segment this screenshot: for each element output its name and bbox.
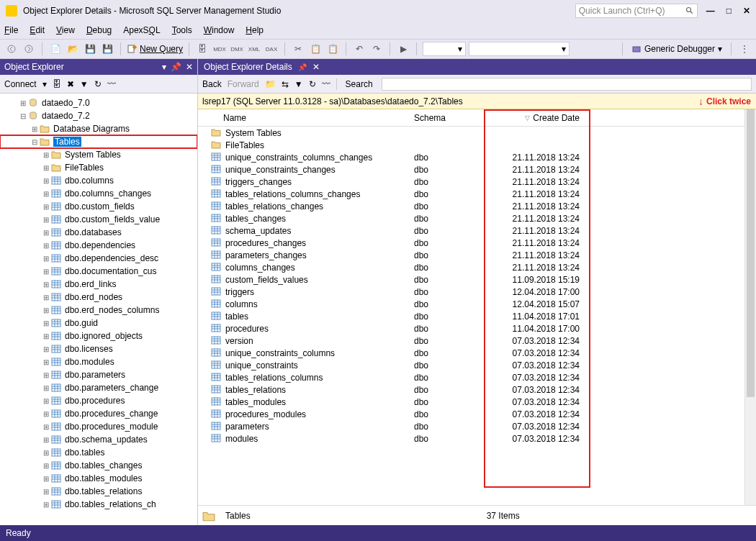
breadcrumb-text[interactable]: lsrep17 (SQL Server 11.0.3128 - sa)\Data… — [202, 96, 463, 106]
panel-pin-icon[interactable]: 📌 — [171, 62, 181, 72]
table-row[interactable]: tables_relations_columnsdbo07.03.2018 12… — [198, 371, 744, 383]
tree-node-dbo-erd-nodes-columns[interactable]: ⊞dbo.erd_nodes_columns — [0, 304, 197, 317]
xmla-icon[interactable]: XML — [247, 42, 261, 56]
table-row[interactable]: custom_fields_valuesdbo11.09.2018 15:19 — [198, 273, 744, 286]
tree-node-dbo-schema-updates[interactable]: ⊞dbo.schema_updates — [0, 433, 197, 446]
oe-filter-icon[interactable]: ▼ — [80, 79, 89, 89]
table-row[interactable]: tables_relations_columns_changesdbo21.11… — [198, 188, 744, 200]
close-button[interactable]: ✕ — [743, 6, 750, 16]
expand-icon[interactable]: ⊞ — [42, 294, 50, 301]
tree-node-dbo-documentation-cus[interactable]: ⊞dbo.documentation_cus — [0, 265, 197, 278]
menu-edit[interactable]: Edit — [30, 25, 45, 35]
menu-apexsql[interactable]: ApexSQL — [123, 25, 160, 35]
expand-icon[interactable]: ⊞ — [42, 319, 50, 327]
tree-node-dbo-modules[interactable]: ⊞dbo.modules — [0, 355, 197, 368]
table-row[interactable]: versiondbo07.03.2018 12:34 — [198, 335, 744, 347]
expand-icon[interactable]: ⊞ — [42, 345, 50, 353]
tree-node-dbo-columns-changes[interactable]: ⊞dbo.columns_changes — [0, 187, 197, 200]
tree-node-dbo-custom-fields[interactable]: ⊞dbo.custom_fields — [0, 200, 197, 213]
details-refresh-icon[interactable]: ↻ — [309, 79, 316, 89]
scrollbar-thumb[interactable] — [747, 109, 755, 397]
details-activity-icon[interactable]: 〰 — [322, 79, 330, 89]
expand-icon[interactable]: ⊞ — [42, 242, 50, 250]
tree-node-dbo-tables-relations-ch[interactable]: ⊞dbo.tables_relations_ch — [0, 498, 197, 511]
menu-view[interactable]: View — [56, 25, 75, 35]
tree-node-dbo-licenses[interactable]: ⊞dbo.licenses — [0, 342, 197, 355]
expand-icon[interactable]: ⊞ — [42, 255, 50, 263]
expand-icon[interactable]: ⊞ — [42, 488, 50, 496]
tree-node-filetables[interactable]: ⊞FileTables — [0, 161, 197, 174]
table-row[interactable]: modulesdbo07.03.2018 12:34 — [198, 432, 744, 445]
tree-node-dbo-tables[interactable]: ⊞dbo.tables — [0, 446, 197, 459]
tree-node-dbo-databases[interactable]: ⊞dbo.databases — [0, 226, 197, 239]
tree-node-dbo-procedures-module[interactable]: ⊞dbo.procedures_module — [0, 420, 197, 433]
minimize-button[interactable]: — — [706, 6, 715, 16]
tree-node-dbo-tables-relations[interactable]: ⊞dbo.tables_relations — [0, 485, 197, 498]
expand-icon[interactable]: ⊞ — [42, 423, 50, 431]
expand-icon[interactable]: ⊞ — [42, 190, 50, 198]
expand-icon[interactable]: ⊞ — [42, 371, 50, 379]
object-explorer-tree[interactable]: ⊞dataedo_7.0⊟dataedo_7.2⊞Database Diagra… — [0, 94, 197, 525]
db-icon-1[interactable]: 🗄 — [195, 42, 210, 56]
expand-icon[interactable]: ⊟ — [30, 138, 39, 146]
tree-node-dbo-erd-nodes[interactable]: ⊞dbo.erd_nodes — [0, 291, 197, 304]
config-dropdown[interactable]: ▾ — [423, 42, 466, 56]
connect-button[interactable]: Connect — [4, 79, 37, 89]
tree-node-dbo-guid[interactable]: ⊞dbo.guid — [0, 317, 197, 329]
open-icon[interactable]: 📂 — [66, 42, 80, 56]
expand-icon[interactable]: ⊞ — [42, 410, 50, 418]
tree-node-dbo-procedures[interactable]: ⊞dbo.procedures — [0, 394, 197, 407]
table-row[interactable]: tables_relations_changesdbo21.11.2018 13… — [198, 200, 744, 212]
expand-icon[interactable]: ⊞ — [42, 436, 50, 444]
table-row[interactable]: schema_updatesdbo21.11.2018 13:24 — [198, 224, 744, 237]
tree-node-dbo-tables-changes[interactable]: ⊞dbo.tables_changes — [0, 459, 197, 472]
col-header-schema[interactable]: Schema — [414, 113, 446, 123]
details-back-button[interactable]: Back — [202, 79, 222, 89]
dax-icon[interactable]: DAX — [264, 42, 279, 56]
table-row[interactable]: triggersdbo12.04.2018 17:00 — [198, 286, 744, 298]
table-row[interactable]: triggers_changesdbo21.11.2018 13:24 — [198, 176, 744, 188]
expand-icon[interactable]: ⊞ — [19, 99, 27, 107]
redo-icon[interactable]: ↷ — [369, 42, 384, 56]
tree-node-system-tables[interactable]: ⊞System Tables — [0, 148, 197, 161]
panel-menu-icon[interactable]: ▾ — [162, 62, 166, 72]
new-query-button[interactable]: ✦ New Query — [127, 44, 183, 54]
col-header-create-date[interactable]: ▽ Create Date — [493, 113, 580, 123]
maximize-button[interactable]: □ — [726, 6, 732, 16]
expand-icon[interactable]: ⊞ — [42, 203, 50, 211]
new-project-icon[interactable]: 📄 — [48, 42, 63, 56]
tree-node-dbo-dependencies-desc[interactable]: ⊞dbo.dependencies_desc — [0, 252, 197, 265]
run-icon[interactable]: ▶ — [396, 42, 410, 56]
oe-disconnect-icon[interactable]: 🗄 — [53, 79, 61, 89]
expand-icon[interactable]: ⊞ — [42, 151, 50, 159]
panel-close-icon[interactable]: ✕ — [186, 62, 193, 72]
paste-icon[interactable]: 📋 — [325, 42, 340, 56]
tab-object-explorer-details[interactable]: Object Explorer Details 📌 ✕ — [198, 59, 325, 75]
tree-node-dbo-dependencies[interactable]: ⊞dbo.dependencies — [0, 239, 197, 252]
tree-node-dbo-columns[interactable]: ⊞dbo.columns — [0, 174, 197, 187]
menu-file[interactable]: File — [4, 25, 18, 35]
expand-icon[interactable]: ⊞ — [42, 501, 50, 509]
table-row[interactable]: procedures_modulesdbo07.03.2018 12:34 — [198, 408, 744, 420]
expand-icon[interactable]: ⊞ — [30, 125, 39, 133]
table-row[interactable]: columns_changesdbo21.11.2018 13:24 — [198, 261, 744, 273]
details-sync-icon[interactable]: ⇆ — [282, 79, 289, 89]
details-filter-icon[interactable]: ▼ — [294, 79, 303, 89]
table-row[interactable]: unique_constraints_columns_changesdbo21.… — [198, 151, 744, 163]
expand-icon[interactable]: ⊞ — [42, 397, 50, 405]
table-row[interactable]: proceduresdbo11.04.2018 17:00 — [198, 322, 744, 335]
expand-icon[interactable]: ⊞ — [42, 306, 50, 314]
tree-node-dbo-procedures-change[interactable]: ⊞dbo.procedures_change — [0, 407, 197, 420]
expand-icon[interactable]: ⊞ — [42, 462, 50, 470]
table-row[interactable]: parametersdbo07.03.2018 12:34 — [198, 420, 744, 432]
table-row[interactable]: tablesdbo11.04.2018 17:01 — [198, 310, 744, 322]
tree-node-dataedo-7-0[interactable]: ⊞dataedo_7.0 — [0, 96, 197, 109]
expand-icon[interactable]: ⊞ — [42, 449, 50, 457]
undo-icon[interactable]: ↶ — [352, 42, 366, 56]
table-row[interactable]: columnsdbo12.04.2018 15:07 — [198, 298, 744, 310]
mdx-icon[interactable]: MDX — [212, 42, 227, 56]
table-row[interactable]: System Tables — [198, 127, 744, 139]
table-row[interactable]: procedures_changesdbo21.11.2018 13:24 — [198, 237, 744, 249]
menu-debug[interactable]: Debug — [86, 25, 112, 35]
menu-window[interactable]: Window — [204, 25, 235, 35]
